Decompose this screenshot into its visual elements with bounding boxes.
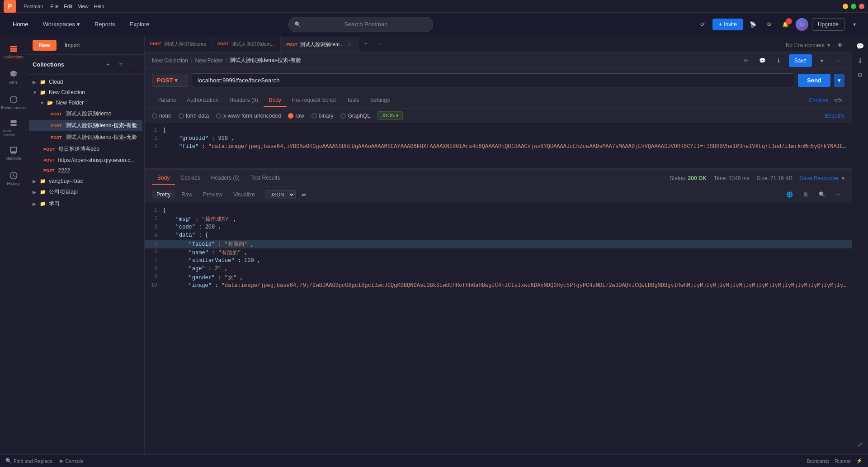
resp-view-raw[interactable]: Raw — [177, 190, 197, 199]
resp-search-icon[interactable]: 🔍 — [816, 188, 828, 201]
resp-copy-icon[interactable]: ⎘ — [799, 188, 812, 201]
tree-item-request-3[interactable]: POST 测试人脸识别demo-搜索-无脸 — [29, 132, 142, 143]
tab-1[interactable]: POST 测试人脸识别dem... — [212, 36, 281, 52]
tree-item-new-collection[interactable]: ▼ 📁 New Collection — [29, 87, 142, 97]
tree-item-request-1[interactable]: POST 测试人脸识别demo — [29, 108, 142, 119]
settings-icon[interactable]: ⚙ — [763, 18, 776, 31]
sidebar-item-monitors[interactable]: Monitors — [3, 141, 24, 165]
new-button[interactable]: New — [33, 40, 57, 51]
req-tab-pre-request[interactable]: Pre-request Script — [287, 94, 341, 107]
close-button[interactable] — [859, 4, 864, 9]
info-icon[interactable]: ℹ — [773, 54, 785, 67]
bootcamp-button[interactable]: Bootcamp — [807, 458, 829, 464]
nav-reports[interactable]: Reports — [89, 18, 121, 30]
menu-view[interactable]: View — [78, 4, 89, 9]
menu-edit[interactable]: Edit — [64, 4, 72, 9]
resp-view-pretty[interactable]: Pretty — [152, 190, 175, 199]
resp-tab-test-results[interactable]: Test Results — [245, 172, 285, 185]
sidebar-item-collections[interactable]: Collections — [3, 40, 24, 63]
search-bar[interactable]: 🔍 Search Postman — [288, 17, 433, 32]
nav-workspaces[interactable]: Workspaces ▾ — [38, 18, 85, 30]
sidebar-item-apis[interactable]: APIs — [3, 65, 24, 89]
more-options-button[interactable]: ··· — [128, 59, 139, 70]
sidebar-item-history[interactable]: History — [3, 167, 24, 190]
nav-explore[interactable]: Explore — [124, 18, 155, 30]
right-settings-icon[interactable]: ⚙ — [854, 69, 867, 81]
more-actions-icon[interactable]: ··· — [832, 54, 844, 67]
req-tab-authorization[interactable]: Authorization — [181, 94, 224, 107]
resp-wrap-icon[interactable]: ⇌ — [297, 188, 310, 201]
save-button[interactable]: Save — [789, 54, 812, 67]
tree-item-new-folder[interactable]: ▼ 📂 New Folder — [29, 98, 142, 108]
req-tab-headers[interactable]: Headers (9) — [224, 94, 263, 107]
req-tab-params[interactable]: Params — [152, 94, 181, 107]
sync-icon[interactable]: ⟳ — [696, 18, 709, 31]
radio-icon[interactable]: 📡 — [747, 18, 760, 31]
upgrade-button[interactable]: Upgrade — [812, 18, 844, 31]
edit-request-icon[interactable]: ✏ — [740, 54, 753, 67]
resp-collapse-icon[interactable]: − — [832, 188, 844, 201]
more-tabs-button[interactable]: ··· — [373, 36, 387, 52]
import-button[interactable]: Import — [60, 40, 85, 51]
body-option-raw[interactable]: raw — [288, 113, 304, 119]
method-selector[interactable]: POST ▾ — [152, 74, 188, 87]
resp-view-visualize[interactable]: Visualize — [229, 190, 259, 199]
no-environment-dropdown[interactable]: No Environment ▾ — [786, 42, 830, 48]
tree-item-request-4[interactable]: POST 每日推送博客seo — [29, 143, 142, 155]
req-tab-body[interactable]: Body — [264, 94, 287, 107]
resp-tab-headers[interactable]: Headers (5) — [206, 172, 245, 185]
sort-collections-button[interactable]: ≡ — [115, 59, 126, 70]
nav-home[interactable]: Home — [7, 18, 34, 30]
tree-item-company-api[interactable]: ▶ 📁 公司项目api — [29, 186, 142, 198]
breadcrumb-new-collection[interactable]: New Collection — [152, 57, 188, 64]
tab-0[interactable]: POST 测试人脸识别demo — [145, 36, 212, 52]
add-tab-button[interactable]: + — [359, 36, 373, 52]
tree-item-request-2[interactable]: POST 测试人脸识别demo-搜索-有脸 — [29, 120, 142, 131]
right-info-icon[interactable]: ℹ — [854, 54, 867, 67]
json-format-badge[interactable]: JSON ▾ — [377, 111, 403, 120]
cookies-link[interactable]: Cookies — [809, 97, 828, 104]
environment-eye-icon[interactable]: 👁 — [834, 39, 846, 52]
body-option-none[interactable]: none — [152, 113, 171, 119]
runner-button[interactable]: Runner — [835, 458, 851, 464]
comment-icon[interactable]: 💬 — [756, 54, 769, 67]
code-view-icon[interactable]: </> — [832, 94, 844, 107]
menu-help[interactable]: Help — [94, 4, 104, 9]
body-option-urlencoded[interactable]: x-www-form-urlencoded — [216, 113, 281, 119]
invite-button[interactable]: + Invite — [712, 19, 743, 30]
send-dropdown-button[interactable]: ▾ — [834, 74, 844, 87]
url-input[interactable] — [192, 73, 794, 87]
body-option-form-data[interactable]: form-data — [179, 113, 209, 119]
tab-2[interactable]: POST 测试人脸识别dem... × — [281, 37, 359, 52]
resp-tab-cookies[interactable]: Cookies — [175, 172, 205, 185]
request-body-editor[interactable]: 1 { 2 "groupId" : 999 , 3 — [145, 123, 852, 168]
resp-view-preview[interactable]: Preview — [198, 190, 227, 199]
resp-tab-body[interactable]: Body — [152, 172, 175, 185]
body-option-graphql[interactable]: GraphQL — [340, 113, 370, 119]
right-comment-icon[interactable]: 💬 — [854, 40, 867, 52]
tree-item-request-5[interactable]: POST https://open-shusp.qiyuesuo.c... — [29, 155, 142, 165]
minimize-button[interactable] — [843, 4, 848, 9]
maximize-button[interactable] — [851, 4, 856, 9]
req-tab-settings[interactable]: Settings — [365, 94, 395, 107]
notification-icon[interactable]: 🔔 1 — [779, 18, 792, 31]
send-button[interactable]: Send — [798, 74, 830, 87]
tab-close-button[interactable]: × — [346, 41, 353, 48]
tree-item-yangbuyi[interactable]: ▶ 📁 yangbuyi-rbac — [29, 176, 142, 186]
body-option-binary[interactable]: binary — [311, 113, 334, 119]
sidebar-item-mock-servers[interactable]: Mock Servers — [3, 116, 24, 139]
breadcrumb-new-folder[interactable]: New Folder — [195, 57, 222, 64]
bottom-runner-icon[interactable]: ⚡ — [856, 458, 863, 464]
user-avatar[interactable]: U — [796, 18, 808, 31]
right-expand-icon[interactable]: ⤢ — [854, 438, 867, 451]
tree-item-cloud[interactable]: ▶ 📁 Cloud — [29, 77, 142, 87]
console-button[interactable]: ▶ Console — [60, 458, 83, 464]
tree-item-learning[interactable]: ▶ 📁 学习 — [29, 198, 142, 210]
add-collection-button[interactable]: + — [103, 59, 113, 70]
beautify-button[interactable]: Beautify — [825, 113, 844, 119]
req-tab-tests[interactable]: Tests — [341, 94, 365, 107]
sidebar-item-environments[interactable]: Environments — [3, 91, 24, 114]
expand-icon[interactable]: ▾ — [848, 18, 861, 31]
response-format-select[interactable]: JSON — [265, 190, 296, 199]
save-response-button[interactable]: Save Response — [800, 175, 838, 181]
